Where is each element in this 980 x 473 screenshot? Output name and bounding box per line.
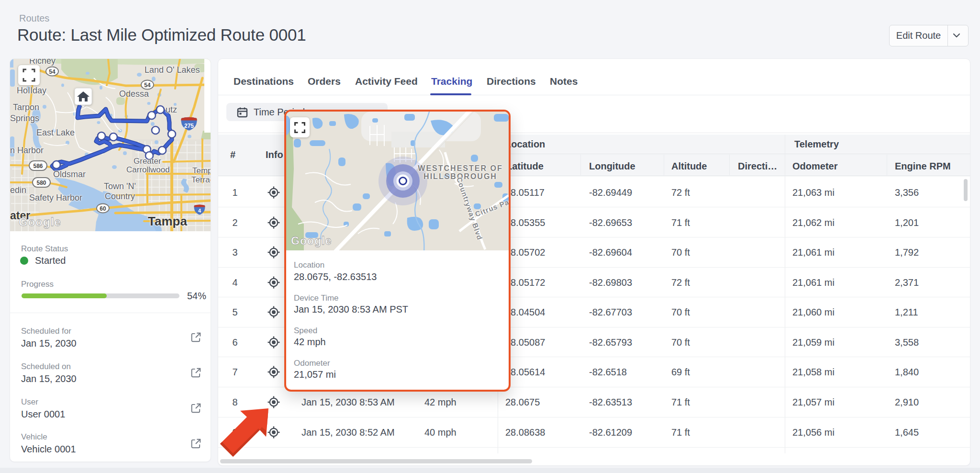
svg-text:Google: Google (291, 235, 332, 247)
svg-text:WESTCHESTER OF: WESTCHESTER OF (418, 164, 502, 172)
